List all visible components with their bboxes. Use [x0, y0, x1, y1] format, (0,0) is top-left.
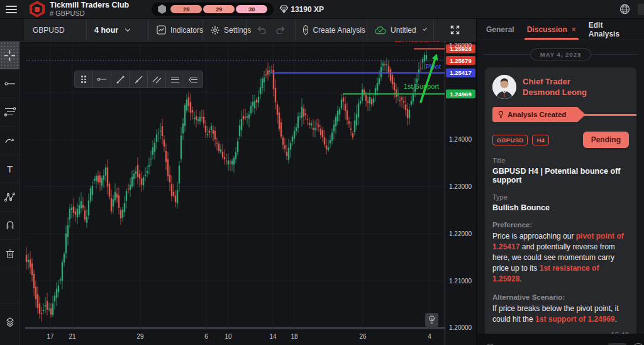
message-input-bar: + Type here ... GIF	[477, 334, 644, 345]
svg-text:1.21000: 1.21000	[449, 278, 472, 285]
tool-horizontal-ray-button[interactable]	[0, 70, 19, 98]
svg-text:29: 29	[136, 333, 144, 340]
date-chip: MAY 4, 2023	[530, 48, 591, 60]
alternative-label: Alternative Scenario:	[492, 293, 629, 301]
chart-area: 1st Resistance1.259281.25679Pivot1.25417…	[20, 42, 476, 345]
floating-draw-toolbar	[74, 71, 203, 88]
svg-text:1.26000: 1.26000	[449, 42, 472, 49]
svg-text:18: 18	[291, 333, 298, 340]
light-bulb-icon	[498, 111, 504, 118]
svg-text:1.23000: 1.23000	[449, 183, 472, 190]
tool-brush-button[interactable]	[0, 127, 19, 155]
chart-hint-button[interactable]	[425, 313, 438, 327]
gear-icon	[211, 26, 219, 35]
analysis-created-ribbon: Analysis Created	[492, 107, 586, 122]
indicators-icon	[157, 25, 166, 35]
svg-text:21: 21	[69, 333, 76, 340]
status-badge[interactable]: Pending	[583, 132, 629, 148]
tab-edit-analysis[interactable]: Edit Analysis	[589, 19, 635, 40]
magnet-icon[interactable]	[0, 212, 19, 240]
drawing-tools-sidebar: T	[0, 42, 20, 345]
tab-discussion[interactable]: Discussion×	[527, 19, 576, 40]
author-role: Chief Trader	[523, 76, 587, 87]
pair-badge: GBPUSD	[492, 135, 528, 145]
app-title: Tickmill Traders Club	[50, 1, 129, 9]
tool-crosshair-button[interactable]	[0, 42, 19, 70]
type-label: Type	[492, 193, 629, 201]
create-analysis-button[interactable]: + Create Analysis	[296, 19, 367, 41]
svg-text:4: 4	[428, 333, 431, 340]
preference-text: Price is approaching our pivot point of …	[492, 231, 629, 285]
alternative-text: If price breaks below the pivot point, i…	[492, 303, 629, 325]
ray-icon[interactable]	[130, 71, 148, 88]
analysis-type: Bullish Bounce	[492, 203, 629, 212]
analysis-panel: GeneralDiscussion×Edit Analysis MAY 4, 2…	[476, 19, 644, 345]
drag-handle[interactable]	[75, 71, 93, 88]
chevron-down-icon	[125, 26, 130, 31]
svg-text:26: 26	[359, 333, 367, 340]
fib-retracement-icon[interactable]	[166, 71, 184, 88]
menu-icon[interactable]	[6, 6, 17, 13]
tool-fib-retracement-button[interactable]	[0, 98, 19, 127]
date-divider: MAY 4, 2023	[484, 48, 638, 60]
fullscreen-icon	[450, 25, 460, 35]
plus-circle-icon: +	[303, 25, 308, 35]
symbol-subtitle: # GBPUSD	[50, 9, 129, 18]
tab-general[interactable]: General	[486, 19, 514, 40]
cloud-check-icon	[375, 26, 386, 35]
settings-button[interactable]: Settings	[203, 19, 247, 41]
level-badge: 29	[203, 5, 235, 13]
horizontal-ray-icon[interactable]	[93, 71, 111, 88]
level-badge: 28	[170, 5, 202, 13]
svg-text:1.20000: 1.20000	[449, 324, 472, 331]
svg-text:1.25679: 1.25679	[450, 57, 471, 64]
analysis-title: GBPUSD H4 | Potential bounce off support	[492, 167, 629, 184]
profile-button-partial[interactable]	[638, 4, 644, 15]
svg-text:14: 14	[269, 333, 277, 340]
indicators-button[interactable]: Indicators	[149, 19, 203, 41]
pitchfork-icon[interactable]	[184, 71, 203, 88]
tool-text-button[interactable]: T	[0, 155, 19, 183]
level-badge: 30	[236, 5, 267, 13]
panel-tabs: GeneralDiscussion×Edit Analysis	[477, 19, 644, 40]
fullscreen-button[interactable]	[434, 19, 476, 41]
gem-icon	[280, 5, 288, 13]
svg-text:10: 10	[225, 333, 232, 340]
svg-text:1.22000: 1.22000	[449, 230, 472, 237]
svg-text:1.24000: 1.24000	[449, 136, 472, 143]
svg-text:1.24969: 1.24969	[450, 91, 471, 98]
ribbon-tail	[584, 114, 636, 116]
analysis-card: Chief Trader Desmond Leong Analysis Crea…	[485, 67, 636, 345]
level-segments: 282930	[170, 5, 267, 13]
redo-icon[interactable]	[275, 26, 286, 34]
trend-line-icon[interactable]	[111, 71, 130, 88]
xp-count: 13190 XP	[291, 5, 324, 14]
preference-label: Preference:	[492, 221, 629, 229]
svg-text:1st Support: 1st Support	[404, 82, 439, 90]
svg-text:1st Resistance: 1st Resistance	[394, 42, 440, 43]
author-name: Desmond Leong	[523, 87, 587, 98]
object-tree-button[interactable]	[0, 303, 19, 341]
analysis-name-dropdown[interactable]: Untitled	[367, 19, 434, 41]
title-label: Title	[492, 157, 629, 164]
history-controls	[247, 19, 296, 41]
level-hexagon-icon	[158, 4, 166, 14]
globe-icon[interactable]	[619, 4, 630, 14]
svg-text:1.25417: 1.25417	[450, 69, 471, 76]
svg-text:17: 17	[47, 333, 54, 340]
top-nav: Tickmill Traders Club # GBPUSD 282930 13…	[0, 0, 644, 19]
chevron-down-icon	[423, 26, 427, 31]
symbol-button[interactable]: GBPUSD	[25, 19, 87, 41]
chart-toolbar: GBPUSD 4 hour Indicators Settings + Crea…	[0, 19, 476, 42]
tickmill-logo	[30, 1, 45, 18]
undo-icon[interactable]	[257, 26, 267, 34]
tool-xabcd-pattern-button[interactable]	[0, 183, 19, 212]
svg-text:6: 6	[204, 333, 208, 340]
parallel-channel-icon[interactable]	[148, 71, 166, 88]
xp-progress-pill[interactable]: 282930	[152, 3, 274, 16]
avatar[interactable]	[492, 75, 516, 99]
timeframe-badge: H4	[532, 135, 549, 145]
close-icon[interactable]: ×	[572, 25, 576, 34]
remove-drawings-button[interactable]	[0, 240, 19, 268]
timeframe-dropdown[interactable]: 4 hour	[87, 19, 149, 41]
